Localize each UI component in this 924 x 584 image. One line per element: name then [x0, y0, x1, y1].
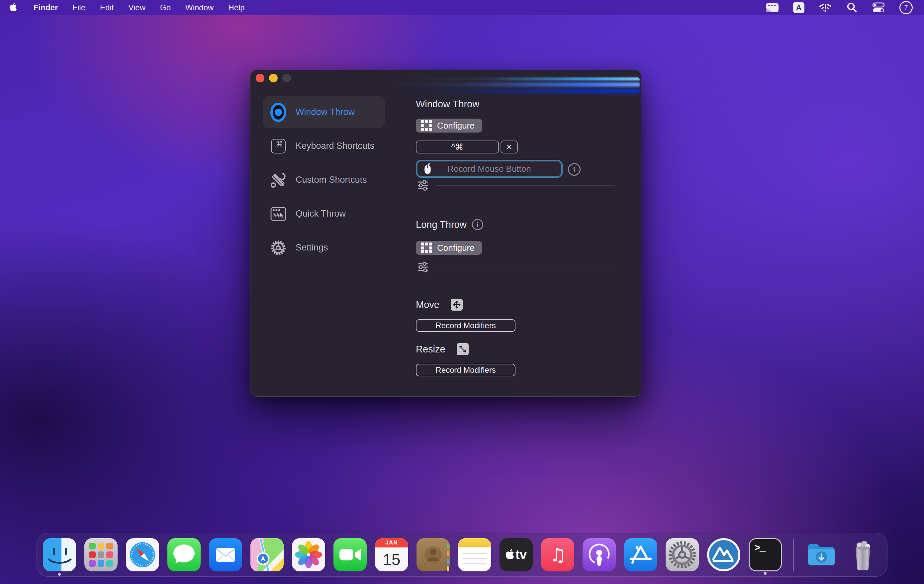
- window-throw-configure-button[interactable]: Configure: [416, 119, 482, 132]
- move-title: Move: [416, 299, 439, 310]
- input-panel-icon[interactable]: [766, 2, 779, 13]
- trash-icon: [846, 538, 879, 571]
- sidebar-item-settings[interactable]: Settings: [263, 231, 384, 264]
- minimize-button[interactable]: [269, 74, 278, 82]
- dock-item-notes[interactable]: [458, 538, 491, 571]
- window-throw-options-row: [417, 180, 615, 191]
- appletv-label: tv: [515, 548, 527, 561]
- dock-item-system-preferences[interactable]: [666, 538, 699, 571]
- dock-item-contacts[interactable]: [416, 538, 450, 571]
- dock-separator: [793, 538, 794, 571]
- sidebar-item-label: Custom Shortcuts: [295, 175, 367, 185]
- calendar-day: 15: [375, 548, 408, 571]
- settings-window: Window Throw ⌘ Keyboard Shortcuts: [250, 70, 641, 397]
- dock-item-maps[interactable]: [251, 538, 284, 571]
- move-record-modifiers-button[interactable]: Record Modifiers: [416, 319, 515, 332]
- running-indicator: [58, 573, 61, 576]
- move-icon: [451, 299, 463, 310]
- dock-item-facetime[interactable]: [333, 538, 367, 571]
- window-controls: [256, 74, 291, 82]
- terminal-prompt: >_: [754, 543, 765, 554]
- gear-icon: [271, 240, 286, 256]
- dock-item-photos[interactable]: [292, 538, 325, 571]
- resize-title: Resize: [416, 344, 446, 355]
- music-note-icon: ♫: [549, 544, 566, 566]
- divider: [436, 267, 615, 267]
- divider: [436, 185, 615, 186]
- calendar-month: JAN: [375, 538, 408, 548]
- appstore-icon: [624, 538, 657, 571]
- dock-item-calendar[interactable]: JAN 15: [375, 538, 408, 571]
- long-throw-configure-button[interactable]: Configure: [416, 241, 482, 255]
- grid-icon: [421, 243, 432, 253]
- contacts-tabs: [447, 543, 449, 571]
- clock-glyph: 7: [904, 4, 908, 11]
- record-circle-icon: [271, 104, 286, 120]
- dock-item-finder[interactable]: [43, 538, 76, 571]
- dock-item-safari[interactable]: [126, 538, 159, 571]
- dock-item-mail[interactable]: [209, 538, 242, 571]
- window-throw-shortcut-row: ^⌘ ✕: [416, 140, 518, 153]
- ruler-wrench-icon: [271, 172, 286, 188]
- shortcut-field[interactable]: ^⌘: [416, 140, 499, 153]
- menu-item-window[interactable]: Window: [185, 3, 214, 12]
- long-throw-options-row: [417, 261, 615, 273]
- dock-item-mosaic[interactable]: [707, 538, 740, 571]
- mouse-info-icon[interactable]: i: [568, 163, 581, 176]
- menu-bar: Finder File Edit View Go Window Help A: [0, 0, 924, 15]
- spotlight-icon[interactable]: [846, 2, 858, 13]
- dock-item-apple-tv[interactable]: tv: [500, 538, 533, 571]
- dock-item-terminal[interactable]: >_: [749, 538, 782, 571]
- settings-panel: Window Throw Configure ^⌘ ✕ Re: [416, 70, 622, 396]
- sidebar-item-label: Settings: [295, 243, 328, 253]
- close-button[interactable]: [256, 74, 264, 82]
- sidebar-item-window-throw[interactable]: Window Throw: [263, 96, 384, 128]
- podcasts-icon: [582, 538, 616, 571]
- input-source-icon[interactable]: A: [793, 2, 804, 13]
- move-row: Move: [416, 299, 463, 310]
- window-throw-title: Window Throw: [416, 99, 479, 110]
- sidebar-item-label: Window Throw: [295, 107, 355, 117]
- dock-item-downloads[interactable]: [805, 538, 838, 571]
- shortcut-value: ^⌘: [451, 142, 464, 152]
- sidebar-item-quick-throw[interactable]: Quick Throw: [263, 198, 384, 230]
- clear-shortcut-button[interactable]: ✕: [500, 140, 518, 153]
- launchpad-grid-icon: [84, 538, 117, 571]
- command-key-icon: ⌘: [271, 138, 286, 154]
- menu-bar-left: Finder File Edit View Go Window Help: [9, 2, 245, 13]
- sidebar-item-keyboard-shortcuts[interactable]: ⌘ Keyboard Shortcuts: [263, 130, 384, 162]
- menu-item-file[interactable]: File: [73, 3, 85, 12]
- long-throw-info-icon[interactable]: i: [472, 219, 483, 230]
- menu-item-edit[interactable]: Edit: [100, 3, 114, 12]
- resize-row: Resize: [416, 343, 469, 355]
- dock-item-app-store[interactable]: [624, 538, 657, 571]
- menu-item-view[interactable]: View: [128, 3, 145, 12]
- dock-item-launchpad[interactable]: [84, 538, 117, 571]
- menu-item-go[interactable]: Go: [160, 3, 171, 12]
- sidebar-item-custom-shortcuts[interactable]: Custom Shortcuts: [263, 164, 384, 196]
- apple-menu[interactable]: [9, 2, 17, 13]
- menu-item-help[interactable]: Help: [228, 3, 244, 12]
- dock-item-trash[interactable]: [846, 538, 879, 571]
- record-mouse-button-field[interactable]: Record Mouse Button: [416, 160, 563, 178]
- wifi-alert-icon[interactable]: [819, 2, 832, 13]
- dock-item-music[interactable]: ♫: [541, 538, 574, 571]
- desktop: Finder File Edit View Go Window Help A: [0, 0, 924, 584]
- control-center-icon[interactable]: [872, 2, 885, 13]
- grid-icon: [421, 120, 432, 131]
- sliders-icon[interactable]: [417, 180, 429, 191]
- dock-item-messages[interactable]: [167, 538, 201, 571]
- mouse-icon: [422, 162, 432, 175]
- sliders-icon[interactable]: [417, 261, 429, 273]
- downloads-folder-icon: [805, 538, 838, 571]
- menu-item-finder[interactable]: Finder: [33, 3, 58, 12]
- input-source-letter: A: [796, 3, 802, 12]
- clear-icon: ✕: [506, 143, 512, 152]
- sidebar-item-label: Quick Throw: [295, 209, 346, 219]
- dock-item-podcasts[interactable]: [582, 538, 616, 571]
- notes-header: [458, 538, 491, 547]
- record-mouse-placeholder: Record Mouse Button: [447, 164, 531, 174]
- resize-record-modifiers-button[interactable]: Record Modifiers: [416, 364, 515, 376]
- resize-icon: [457, 343, 469, 355]
- clock-icon[interactable]: 7: [899, 1, 913, 14]
